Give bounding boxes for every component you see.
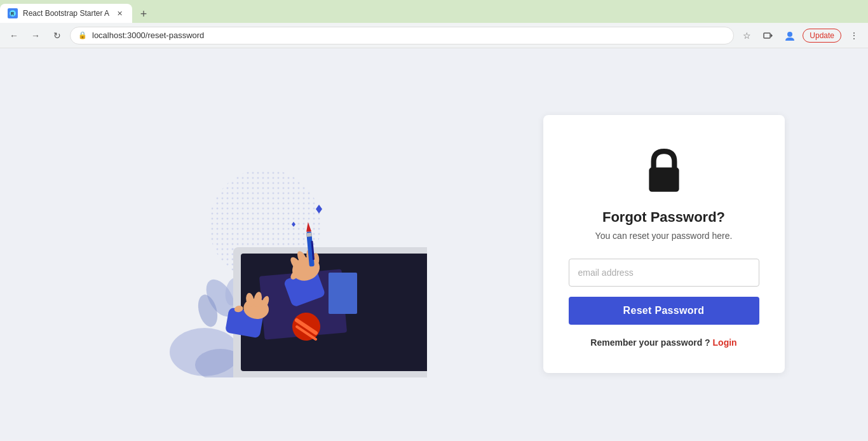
address-bar[interactable]: 🔒 localhost:3000/reset-password: [70, 27, 734, 44]
forward-button[interactable]: →: [27, 27, 44, 44]
new-tab-button[interactable]: +: [135, 5, 153, 23]
media-control-icon[interactable]: [759, 27, 777, 44]
bookmark-icon[interactable]: ☆: [738, 27, 756, 44]
browser-window: R React Bootstrap Starter A ✕ + ← → ↻ 🔒 …: [0, 0, 868, 440]
remember-password-text: Remember your password ? Login: [590, 337, 736, 348]
illustration: [109, 111, 427, 377]
email-input[interactable]: [569, 259, 759, 287]
login-link[interactable]: Login: [713, 337, 737, 348]
tab-bar: R React Bootstrap Starter A ✕ +: [0, 0, 868, 23]
svg-rect-2: [764, 33, 770, 38]
reload-button[interactable]: ↻: [48, 27, 66, 44]
svg-marker-3: [771, 34, 773, 37]
profile-icon[interactable]: [781, 27, 799, 44]
navigation-bar: ← → ↻ 🔒 localhost:3000/reset-password ☆ …: [0, 23, 868, 48]
tab-title: React Bootstrap Starter A: [23, 9, 109, 18]
svg-text:R: R: [11, 11, 14, 16]
menu-icon[interactable]: ⋮: [845, 27, 863, 44]
form-subtitle: You can reset your password here.: [595, 231, 733, 241]
tab-favicon: R: [8, 8, 18, 18]
reset-password-button[interactable]: Reset Password: [569, 297, 759, 325]
form-title: Forgot Password?: [602, 209, 725, 226]
lock-icon: [639, 146, 689, 196]
nav-right-icons: ☆ Update ⋮: [738, 27, 863, 44]
illustration-area: [84, 111, 452, 377]
svg-rect-43: [306, 233, 311, 237]
active-tab[interactable]: R React Bootstrap Starter A ✕: [0, 4, 132, 23]
address-url: localhost:3000/reset-password: [92, 31, 204, 40]
tab-close-button[interactable]: ✕: [114, 8, 125, 18]
update-button[interactable]: Update: [803, 29, 841, 43]
page-content: Forgot Password? You can reset your pass…: [0, 48, 868, 440]
form-card: Forgot Password? You can reset your pass…: [543, 115, 785, 373]
svg-rect-33: [329, 273, 357, 314]
svg-rect-51: [649, 168, 679, 192]
address-lock-icon: 🔒: [78, 31, 87, 39]
back-button[interactable]: ←: [5, 27, 23, 44]
svg-point-4: [787, 32, 792, 37]
